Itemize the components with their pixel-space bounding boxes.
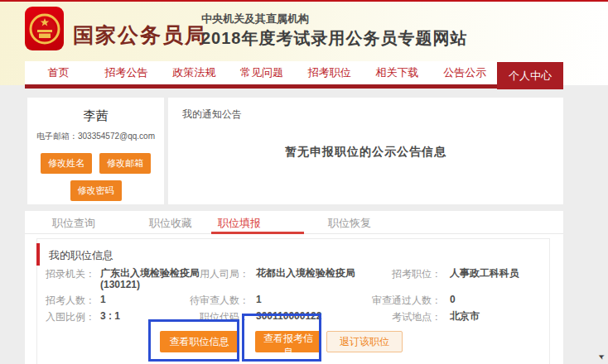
highlight-box-view-position xyxy=(148,319,239,362)
field-value-pending-review: 1 xyxy=(256,294,262,305)
emblem-icon xyxy=(28,11,61,47)
main-nav: 首页 招考公告 政策法规 常见问题 招考职位 相关下载 公告公示 xyxy=(25,61,563,84)
notice-empty-message: 暂无申报职位的公示公告信息 xyxy=(168,145,563,160)
nav-item-personal-center[interactable]: 个人中心 xyxy=(497,62,563,89)
field-value-exam-location: 北京市 xyxy=(450,310,480,322)
field-label-exam-location: 考试地点： xyxy=(354,310,442,324)
field-label-employing-bureau: 用人司局： xyxy=(176,267,249,281)
mouse-cursor-icon: ➤ xyxy=(596,352,606,362)
edit-name-button[interactable]: 修改姓名 xyxy=(41,153,92,174)
field-label-shortlist-ratio: 入围比例： xyxy=(42,310,95,324)
nav-item-announcements[interactable]: 招考公告 xyxy=(93,61,161,84)
field-label-recruiting-agency: 招录机关： xyxy=(42,267,95,281)
site-title: 2018年度考试录用公务员专题网站 xyxy=(201,27,468,50)
tab-position-restore[interactable]: 职位恢复 xyxy=(328,216,371,231)
field-label-approved-count: 审查通过人数： xyxy=(354,294,442,308)
tab-position-apply[interactable]: 职位填报 xyxy=(218,216,261,231)
site-subtitle: 中央机关及其直属机构 xyxy=(201,12,309,26)
profile-panel: 李茜 电子邮箱：303354572@qq.com 修改姓名 修改邮箱 修改密码 xyxy=(27,98,164,204)
field-value-openings: 1 xyxy=(100,294,106,305)
user-email: 电子邮箱：303354572@qq.com xyxy=(27,131,164,142)
national-emblem-logo xyxy=(25,7,64,50)
field-label-pending-review: 待审查人数： xyxy=(176,294,249,308)
section-accent-bar xyxy=(36,243,40,266)
field-value-shortlist-ratio: 3 : 1 xyxy=(100,310,120,322)
nav-item-policies[interactable]: 政策法规 xyxy=(160,61,228,84)
nav-item-public-notices[interactable]: 公告公示 xyxy=(431,61,499,84)
tab-position-favorites[interactable]: 职位收藏 xyxy=(149,216,192,231)
nav-item-downloads[interactable]: 相关下载 xyxy=(364,61,432,84)
nav-item-faq[interactable]: 常见问题 xyxy=(228,61,296,84)
field-value-employing-bureau: 花都出入境检验检疫局 xyxy=(256,267,355,279)
field-value-position-title: 人事政工科科员 xyxy=(450,267,519,279)
field-label-position-title: 招考职位： xyxy=(354,267,442,281)
notice-title: 我的通知公告 xyxy=(182,108,242,122)
edit-password-button[interactable]: 修改密码 xyxy=(70,180,122,201)
section-title: 我的职位信息 xyxy=(49,248,113,263)
unsubscribe-position-button[interactable]: 退订该职位 xyxy=(326,331,403,352)
user-name: 李茜 xyxy=(27,108,164,124)
position-tabs: 职位查询 职位收藏 职位填报 职位恢复 xyxy=(25,211,563,234)
nav-item-positions[interactable]: 招考职位 xyxy=(296,61,364,84)
nav-items: 首页 招考公告 政策法规 常见问题 招考职位 相关下载 公告公示 xyxy=(25,61,499,84)
field-value-approved-count: 0 xyxy=(450,294,456,305)
edit-email-button[interactable]: 修改邮箱 xyxy=(99,153,151,174)
highlight-box-view-application xyxy=(242,314,321,362)
tab-position-search[interactable]: 职位查询 xyxy=(52,216,95,231)
nav-underline xyxy=(25,84,563,89)
active-tab-underline xyxy=(211,232,304,234)
field-label-openings: 招考人数： xyxy=(42,294,95,308)
notice-panel: 我的通知公告 暂无申报职位的公示公告信息 xyxy=(168,98,563,204)
nav-item-home[interactable]: 首页 xyxy=(25,61,93,84)
agency-name: 国家公务员局 xyxy=(73,22,207,49)
